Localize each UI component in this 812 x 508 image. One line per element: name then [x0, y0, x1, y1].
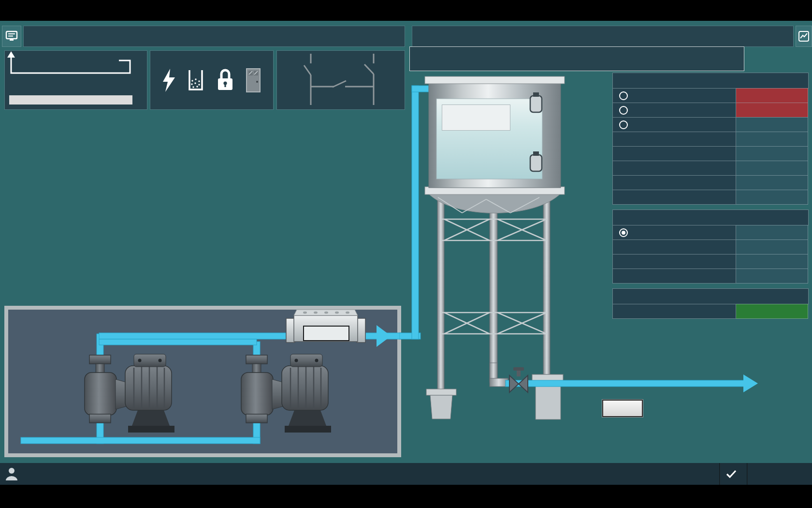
- user-icon[interactable]: [5, 467, 18, 481]
- table-row: [612, 103, 809, 118]
- trends-button[interactable]: [796, 26, 812, 47]
- tower-leg-right: [543, 194, 550, 393]
- pump1-starts-value: [736, 132, 808, 147]
- table-row: [612, 254, 809, 269]
- temperature-section-header: [612, 209, 809, 225]
- outlet-arrow: [743, 374, 758, 392]
- security-section-header: [612, 288, 809, 304]
- table-row: [612, 117, 809, 132]
- flow-value: [736, 190, 808, 205]
- table-row: [612, 304, 809, 319]
- ack-check-icon[interactable]: [726, 470, 737, 478]
- temp-min-value: [736, 254, 808, 269]
- table-row: [612, 175, 809, 190]
- door-status-badge: [736, 304, 808, 319]
- trend-chart-icon: [798, 30, 810, 42]
- right-section-header: [412, 26, 794, 47]
- outlet-elbow-h: [490, 378, 508, 387]
- pressure-value: [736, 117, 808, 132]
- pump1-status-badge: [736, 88, 808, 103]
- temp-max-value: [736, 269, 808, 284]
- pump2-starts-value: [736, 146, 808, 161]
- messages-screen-button[interactable]: [2, 26, 21, 47]
- alarm-indicators-panel: [150, 50, 274, 110]
- table-row: [612, 88, 809, 103]
- tower-title-bar: [409, 46, 744, 71]
- level-sensor-bottom: [530, 151, 542, 171]
- temperature-value: [736, 225, 808, 240]
- flow-meter[interactable]: [286, 310, 365, 343]
- pumps-section-header: [612, 73, 809, 89]
- status-bar: [0, 463, 812, 485]
- tower-outlet-column: [490, 194, 497, 382]
- level-sensor-top: [530, 92, 542, 112]
- journal-timer: [9, 95, 132, 105]
- table-row: [612, 190, 809, 205]
- pumps-section: [612, 73, 809, 205]
- outlet-valve[interactable]: [509, 367, 528, 392]
- lock-icon[interactable]: [217, 69, 234, 92]
- table-row: [612, 269, 809, 284]
- pump2-trend-radio[interactable]: [619, 106, 628, 115]
- journal-arrow-icon: [5, 51, 147, 80]
- breaker-diagram: [277, 51, 405, 109]
- table-row: [612, 132, 809, 147]
- scada-screen: [0, 21, 812, 485]
- tank-dome: [428, 194, 561, 213]
- table-row: [612, 225, 809, 240]
- tank-level-alarm-icon[interactable]: [188, 69, 204, 91]
- pressure-trend-radio[interactable]: [619, 120, 628, 129]
- breaker-diagram-panel: [276, 50, 405, 110]
- door-alarm-icon[interactable]: [246, 68, 261, 92]
- level-trend-chart: [2, 115, 405, 304]
- temperature-section: [612, 209, 809, 284]
- message-board-icon: [5, 30, 18, 43]
- power-alarm-icon[interactable]: [163, 69, 175, 92]
- parameters-panel: [612, 73, 809, 324]
- table-row: [612, 161, 809, 176]
- temp-mode-value: [736, 239, 808, 254]
- left-section-header: [23, 26, 405, 47]
- pump1-trend-radio[interactable]: [619, 91, 628, 100]
- pump2-runtime-value: [736, 175, 808, 190]
- system-clock: [749, 463, 809, 485]
- pump-station-diagram: [4, 306, 401, 457]
- security-section: [612, 288, 809, 319]
- pressure-display[interactable]: [602, 400, 643, 417]
- tower-outlet-pipe: [506, 380, 744, 387]
- table-row: [612, 146, 809, 161]
- table-row: [612, 239, 809, 254]
- tower-foot-left: [426, 389, 456, 419]
- journal-button[interactable]: [4, 50, 147, 110]
- statusbar-divider: [747, 463, 748, 485]
- tower-leg-left: [437, 194, 444, 393]
- tank-top-lid: [425, 76, 565, 84]
- pump2-status-badge: [736, 103, 808, 118]
- temperature-trend-radio[interactable]: [619, 228, 628, 237]
- pump1-runtime-value: [736, 161, 808, 176]
- tank-level-display[interactable]: [442, 105, 510, 131]
- statusbar-divider: [719, 463, 720, 485]
